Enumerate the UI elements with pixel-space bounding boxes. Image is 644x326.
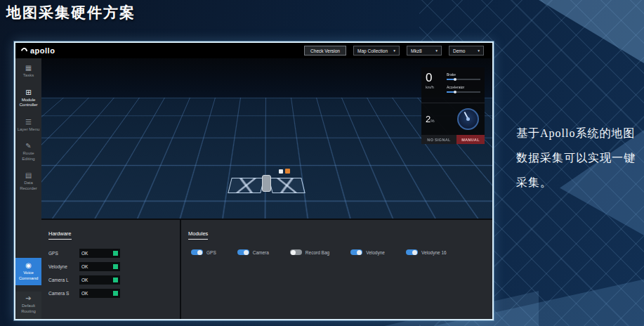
data-recorder-icon: ▤ [25, 172, 32, 179]
vehicle-dropdown[interactable]: Mkz8 ▾ [407, 46, 442, 56]
sidebar-item-layer-menu[interactable]: ☰ Layer Menu [15, 117, 41, 135]
module-item-velodyne-16: Velodyne 16 [406, 249, 447, 255]
hardware-name: Camera L [48, 278, 79, 282]
modules-panel: Modules GPS Camera [181, 220, 492, 319]
sidebar-item-voice-command[interactable]: ◉ Voice Command [15, 258, 41, 285]
status-badge: OK [79, 249, 120, 258]
chevron-down-icon: ▾ [435, 48, 438, 53]
status-row: NO SIGNAL MANUAL [421, 135, 485, 144]
voice-command-icon: ◉ [25, 262, 32, 269]
hardware-name: Velodyne [48, 264, 79, 269]
pedal-indicators: Brake Accelerator [447, 72, 480, 100]
sidebar-item-label: Tasks [23, 73, 34, 79]
status-text: OK [81, 291, 88, 296]
tasks-icon: ▦ [25, 65, 32, 72]
apollo-logo-icon [20, 46, 29, 56]
brake-slider [447, 79, 480, 80]
ego-car [262, 175, 271, 192]
brake-label: Brake [447, 72, 480, 77]
header-actions: Check Version Map Collection ▾ Mkz8 ▾ De… [304, 46, 484, 56]
status-badge: OK [79, 262, 120, 271]
scene-3d-viewport[interactable]: 0 km/h Brake Accelerator [41, 58, 492, 219]
app-header: apollo Check Version Map Collection ▾ Mk… [15, 43, 492, 58]
mode-dropdown-label: Demo [453, 48, 465, 53]
mode-dropdown[interactable]: Demo ▾ [449, 46, 484, 56]
steering-unit: % [431, 119, 434, 123]
marker-white [279, 169, 283, 174]
module-toggles: GPS Camera Record Bag [188, 249, 492, 255]
sidebar-item-data-recorder[interactable]: ▤ Data Recorder [15, 170, 41, 193]
status-text: OK [81, 251, 88, 256]
hardware-row-velodyne: Velodyne OK [48, 260, 180, 273]
hardware-row-camera-l: Camera L OK [48, 273, 180, 287]
steering-hub [466, 117, 470, 121]
module-item-camera: Camera [237, 249, 269, 255]
sidebar-item-tasks[interactable]: ▦ Tasks [15, 63, 41, 81]
hardware-name: GPS [48, 251, 79, 256]
module-item-gps: GPS [191, 249, 216, 255]
status-led-green [113, 264, 118, 269]
module-item-record-bag: Record Bag [290, 249, 329, 255]
steering-section: 2% [421, 103, 485, 135]
record-bag-toggle[interactable] [290, 249, 302, 255]
gps-toggle[interactable] [191, 249, 203, 255]
chevron-down-icon: ▾ [393, 48, 395, 53]
status-badge: OK [79, 289, 120, 298]
sidebar-item-module-controller[interactable]: ⊞ Module Controller [15, 87, 41, 110]
app-body: ▦ Tasks ⊞ Module Controller ☰ Layer Menu… [15, 58, 492, 319]
apollo-logo: apollo [21, 46, 55, 55]
status-led-green [113, 291, 118, 296]
sidebar-item-label: Voice Command [16, 270, 41, 281]
steering-wheel-icon [457, 108, 479, 130]
steering-percentage: 2% [426, 114, 435, 124]
hardware-panel-title: Hardware [48, 230, 72, 240]
sidebar-item-label: Route Editing [16, 151, 41, 162]
module-label: GPS [206, 250, 216, 255]
modules-panel-title: Modules [188, 230, 208, 240]
sidebar-item-default-routing[interactable]: ➔ Default Routing [15, 292, 41, 319]
accelerator-slider [447, 91, 480, 93]
check-version-button[interactable]: Check Version [304, 46, 346, 56]
status-badge: OK [79, 275, 120, 285]
chevron-down-icon: ▾ [478, 48, 480, 53]
status-led-green [113, 278, 118, 282]
camera-toggle[interactable] [237, 249, 249, 255]
module-label: Camera [253, 250, 269, 255]
map-collection-label: Map Collection [357, 48, 388, 53]
sensor-coverage-box-right [268, 178, 305, 193]
apollo-logo-text: apollo [30, 46, 55, 55]
sidebar-item-label: Default Routing [16, 304, 41, 314]
velodyne-16-toggle[interactable] [406, 249, 418, 255]
hardware-rows: GPS OK Velodyne OK [48, 247, 180, 300]
speed-value: 0 [426, 72, 447, 84]
layer-menu-icon: ☰ [25, 119, 32, 126]
status-text: OK [81, 278, 88, 282]
map-collection-dropdown[interactable]: Map Collection ▾ [353, 46, 400, 56]
speed-section: 0 km/h Brake Accelerator [421, 67, 485, 103]
sidebar-item-route-editing[interactable]: ✎ Route Editing [15, 141, 41, 164]
main-area: 0 km/h Brake Accelerator [41, 58, 492, 319]
hardware-row-gps: GPS OK [48, 247, 180, 260]
drive-dashboard: 0 km/h Brake Accelerator [421, 67, 485, 144]
signal-status-badge: NO SIGNAL [421, 135, 456, 144]
module-label: Velodyne 16 [421, 250, 447, 255]
dreamview-window: apollo Check Version Map Collection ▾ Mk… [14, 41, 494, 320]
status-text: OK [81, 264, 88, 269]
slide-root: 地图采集硬件方案 apollo Check Version Map Collec… [0, 0, 644, 326]
status-led-green [113, 251, 118, 256]
module-label: Record Bag [305, 250, 329, 255]
sidebar: ▦ Tasks ⊞ Module Controller ☰ Layer Menu… [15, 58, 41, 319]
default-routing-icon: ➔ [25, 295, 31, 302]
slide-caption: 基于Apollo系统的地图数据采集可以实现一键采集。 [516, 121, 643, 195]
sidebar-item-label: Data Recorder [16, 181, 41, 191]
marker-orange [285, 169, 290, 174]
module-label: Velodyne [366, 250, 385, 255]
velodyne-toggle[interactable] [350, 249, 362, 255]
module-controller-icon: ⊞ [25, 89, 31, 96]
hardware-row-camera-s: Camera S OK [48, 287, 180, 300]
speed-unit: km/h [426, 85, 447, 89]
page-title: 地图采集硬件方案 [6, 3, 136, 22]
drive-mode-badge: MANUAL [456, 135, 485, 144]
route-editing-icon: ✎ [25, 143, 31, 150]
hardware-name: Camera S [48, 291, 79, 296]
